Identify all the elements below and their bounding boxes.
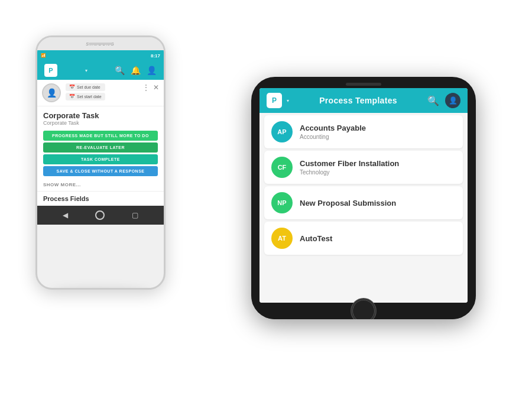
list-item[interactable]: AP Accounts Payable Accounting xyxy=(264,115,463,148)
list-item-icon-at: AT xyxy=(271,228,293,249)
android-content: 👤 📅 Set due date 📅 Set start date ⋮ ✕ xyxy=(37,80,164,206)
list-item-text-at: AutoTest xyxy=(300,234,456,243)
iphone-search-icon[interactable]: 🔍 xyxy=(427,95,439,106)
set-start-date-button[interactable]: 📅 Set start date xyxy=(66,93,105,100)
iphone-nav-icons: 🔍 👤 xyxy=(427,93,460,108)
android-app-icon[interactable]: P xyxy=(44,64,57,77)
android-header-actions: ⋮ ✕ xyxy=(142,83,159,92)
new-proposal-title: New Proposal Submission xyxy=(300,199,456,208)
calendar-icon-2: 📅 xyxy=(69,94,75,99)
profile-icon[interactable]: 👤 xyxy=(147,66,157,75)
android-date-buttons: 📅 Set due date 📅 Set start date xyxy=(66,83,105,100)
close-icon[interactable]: ✕ xyxy=(153,83,159,92)
android-task-title: Corporate Task xyxy=(43,111,158,120)
iphone-home-indicator xyxy=(251,303,476,319)
android-task-title-section: Corporate Task Corporate Task xyxy=(37,106,164,128)
android-nav-icons: 🔍 🔔 👤 xyxy=(115,66,157,75)
reevaluate-button[interactable]: RE-EVALUATE LATER xyxy=(43,142,158,153)
android-bottom-bar: ◀ ▢ xyxy=(37,206,164,225)
accounts-payable-subtitle: Accounting xyxy=(300,134,456,140)
set-due-date-button[interactable]: 📅 Set due date xyxy=(66,83,105,91)
customer-fiber-subtitle: Technology xyxy=(300,169,456,176)
show-more-link[interactable]: SHOW MORE... xyxy=(37,179,164,191)
customer-fiber-title: Customer Fiber Installation xyxy=(300,159,456,168)
android-recents-button[interactable]: ▢ xyxy=(132,211,138,219)
android-nav-bar: P ▾ 🔍 🔔 👤 xyxy=(37,61,164,80)
iphone-nav-bar: P ▾ Process Templates 🔍 👤 xyxy=(259,88,468,113)
iphone-nav-title: Process Templates xyxy=(294,96,423,105)
progress-button[interactable]: PROGRESS MADE BUT STILL MORE TO DO xyxy=(43,131,158,141)
complete-button[interactable]: TASK COMPLETE xyxy=(43,154,158,164)
notifications-icon[interactable]: 🔔 xyxy=(131,66,141,75)
iphone-speaker xyxy=(346,83,381,86)
autotest-title: AutoTest xyxy=(300,234,456,243)
save-close-button[interactable]: SAVE & CLOSE WITHOUT A RESPONSE xyxy=(43,166,158,176)
iphone-home-button[interactable] xyxy=(351,298,377,319)
iphone: P ▾ Process Templates 🔍 👤 AP Accounts Pa… xyxy=(251,77,476,319)
list-item[interactable]: NP New Proposal Submission xyxy=(264,186,463,219)
more-options-icon[interactable]: ⋮ xyxy=(142,83,150,92)
process-fields-title: Process Fields xyxy=(43,195,158,202)
accounts-payable-title: Accounts Payable xyxy=(300,124,456,132)
android-status-bar: 📶 8:17 xyxy=(37,50,164,61)
list-item-text-cf: Customer Fiber Installation Technology xyxy=(300,159,456,176)
android-speaker xyxy=(89,43,112,45)
android-process-fields: Process Fields xyxy=(37,191,164,206)
list-item-icon-cf: CF xyxy=(271,157,293,178)
list-item[interactable]: AT AutoTest xyxy=(264,222,463,255)
iphone-nav-chevron: ▾ xyxy=(287,98,289,103)
search-icon[interactable]: 🔍 xyxy=(115,66,125,75)
list-item-text-ap: Accounts Payable Accounting xyxy=(300,124,456,140)
android-top-bar: SAMSUNG xyxy=(37,37,164,50)
list-item-icon-ap: AP xyxy=(271,121,293,142)
android-action-buttons: PROGRESS MADE BUT STILL MORE TO DO RE-EV… xyxy=(37,128,164,179)
android-time: 8:17 xyxy=(151,53,160,59)
iphone-avatar-icon[interactable]: 👤 xyxy=(445,93,460,108)
android-home-button[interactable] xyxy=(95,210,105,220)
avatar: 👤 xyxy=(42,83,61,102)
list-item-text-np: New Proposal Submission xyxy=(300,199,456,208)
iphone-list: AP Accounts Payable Accounting CF Custom… xyxy=(259,113,468,303)
android-status-icons: 📶 xyxy=(41,53,46,58)
android-task-header: 👤 📅 Set due date 📅 Set start date ⋮ ✕ xyxy=(37,80,164,106)
scene: SAMSUNG 📶 8:17 P ▾ 🔍 🔔 👤 xyxy=(0,0,532,402)
list-item[interactable]: CF Customer Fiber Installation Technolog… xyxy=(264,151,463,184)
iphone-screen: P ▾ Process Templates 🔍 👤 AP Accounts Pa… xyxy=(259,88,468,303)
android-back-button[interactable]: ◀ xyxy=(63,211,68,219)
android-phone: SAMSUNG 📶 8:17 P ▾ 🔍 🔔 👤 xyxy=(35,35,166,290)
android-task-subtitle: Corporate Task xyxy=(43,120,158,126)
list-item-icon-np: NP xyxy=(271,192,293,213)
iphone-app-icon[interactable]: P xyxy=(267,93,282,108)
android-nav-chevron: ▾ xyxy=(85,68,87,73)
iphone-home-inner xyxy=(352,300,375,319)
calendar-icon: 📅 xyxy=(69,85,75,90)
